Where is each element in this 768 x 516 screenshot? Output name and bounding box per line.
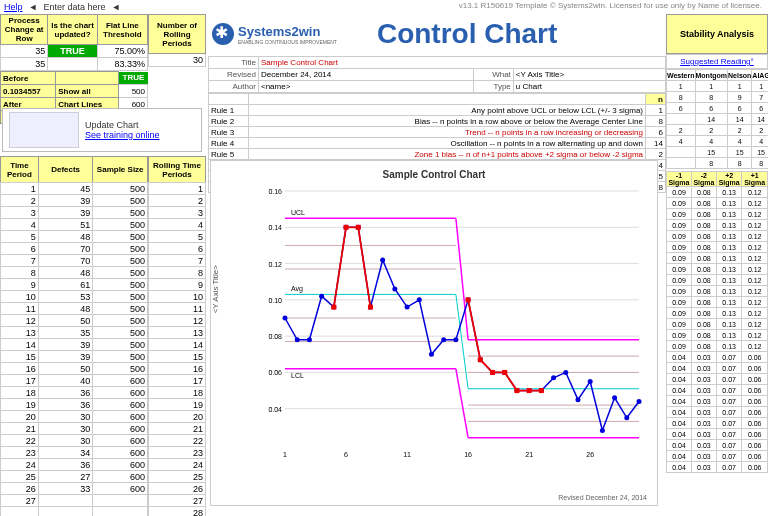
sigma-cell: 0.12 bbox=[742, 297, 768, 308]
table-row[interactable]: 2230600 bbox=[1, 435, 148, 447]
sigma-cell: 0.09 bbox=[667, 209, 692, 220]
rule-n[interactable]: 14 bbox=[646, 138, 666, 149]
roll-row: 6 bbox=[149, 243, 206, 255]
table-row[interactable]: 1439500 bbox=[1, 339, 148, 351]
svg-rect-76 bbox=[490, 370, 495, 375]
sigma-cell: 0.09 bbox=[667, 187, 692, 198]
src-cell: 1 bbox=[667, 81, 696, 92]
roll-row: 28 bbox=[149, 507, 206, 517]
process-row-cell[interactable]: 35 bbox=[1, 58, 48, 71]
before-val[interactable]: 500 bbox=[119, 85, 148, 98]
src-cell: 8 bbox=[695, 92, 728, 103]
table-row[interactable]: 1539500 bbox=[1, 351, 148, 363]
table-row[interactable]: 2030600 bbox=[1, 411, 148, 423]
table-row[interactable]: 239500 bbox=[1, 195, 148, 207]
table-row[interactable] bbox=[1, 507, 148, 517]
what-value[interactable]: <Y Axis Title> bbox=[513, 69, 665, 81]
table-row[interactable]: 1250500 bbox=[1, 315, 148, 327]
svg-point-42 bbox=[307, 337, 312, 342]
title-value[interactable]: Sample Control Chart bbox=[261, 58, 338, 67]
process-pct-cell[interactable]: 83.33% bbox=[97, 58, 147, 71]
sigma-cell: 0.08 bbox=[691, 275, 716, 286]
sigma-cell: 0.12 bbox=[742, 198, 768, 209]
sigma-cell: 0.03 bbox=[691, 396, 716, 407]
training-link[interactable]: See training online bbox=[85, 130, 160, 140]
src-col: Western bbox=[667, 70, 696, 81]
rolling-val[interactable]: 30 bbox=[149, 54, 206, 67]
src-col: AIAG bbox=[752, 70, 768, 81]
sigma-cell: 0.09 bbox=[667, 319, 692, 330]
col-defects: Defects bbox=[38, 157, 93, 183]
sigma-cell: 0.07 bbox=[716, 440, 742, 451]
rule-n[interactable]: 1 bbox=[646, 105, 666, 116]
table-row[interactable]: 2633600 bbox=[1, 483, 148, 495]
revised-value[interactable]: December 24, 2014 bbox=[259, 69, 474, 81]
sigma-cell: 0.04 bbox=[667, 462, 692, 473]
table-row[interactable]: 2334600 bbox=[1, 447, 148, 459]
table-row[interactable]: 770500 bbox=[1, 255, 148, 267]
svg-rect-77 bbox=[502, 370, 507, 375]
data-grid[interactable]: 1455002395003395004515005485006705007705… bbox=[0, 182, 148, 516]
table-row[interactable]: 2130600 bbox=[1, 423, 148, 435]
sigma-cell: 0.08 bbox=[691, 209, 716, 220]
suggested-reading-link[interactable]: Suggested Reading° bbox=[666, 54, 768, 69]
sigma-cell: 0.12 bbox=[742, 341, 768, 352]
table-row[interactable]: 451500 bbox=[1, 219, 148, 231]
sigma-cell: 0.09 bbox=[667, 275, 692, 286]
process-pct-cell[interactable]: 75.00% bbox=[97, 45, 147, 58]
roll-row: 22 bbox=[149, 435, 206, 447]
src-cell: 15 bbox=[728, 147, 752, 158]
table-row[interactable]: 1053500 bbox=[1, 291, 148, 303]
table-row[interactable]: 339500 bbox=[1, 207, 148, 219]
table-row[interactable]: 961500 bbox=[1, 279, 148, 291]
svg-text:0.10: 0.10 bbox=[268, 297, 282, 304]
table-row[interactable]: 1836600 bbox=[1, 387, 148, 399]
sigma-cell: 0.07 bbox=[716, 396, 742, 407]
before-mid[interactable] bbox=[56, 72, 119, 85]
table-row[interactable]: 1148500 bbox=[1, 303, 148, 315]
sigma-cell: 0.03 bbox=[691, 418, 716, 429]
rule-n[interactable]: 2 bbox=[646, 149, 666, 160]
sigma-cell: 0.13 bbox=[716, 308, 742, 319]
sigma-cell: 0.12 bbox=[742, 264, 768, 275]
table-row[interactable]: 548500 bbox=[1, 231, 148, 243]
table-row[interactable]: 1740600 bbox=[1, 375, 148, 387]
sigma-cell: 0.07 bbox=[716, 462, 742, 473]
sigma-cell: 0.07 bbox=[716, 374, 742, 385]
table-row[interactable]: 27 bbox=[1, 495, 148, 507]
table-row[interactable]: 2436600 bbox=[1, 459, 148, 471]
before-val[interactable]: TRUE bbox=[119, 72, 148, 85]
sigma-cell: 0.03 bbox=[691, 429, 716, 440]
sigma-cell: 0.06 bbox=[742, 385, 768, 396]
chart-title: Sample Control Chart bbox=[211, 169, 657, 180]
title-label: Title bbox=[209, 57, 259, 69]
type-value[interactable]: u Chart bbox=[513, 81, 665, 93]
roll-row: 27 bbox=[149, 495, 206, 507]
process-row-cell[interactable]: 35 bbox=[1, 45, 48, 58]
roll-row: 10 bbox=[149, 291, 206, 303]
table-row[interactable]: 848500 bbox=[1, 267, 148, 279]
roll-row: 3 bbox=[149, 207, 206, 219]
table-row[interactable]: 670500 bbox=[1, 243, 148, 255]
before-mid[interactable]: Show all bbox=[56, 85, 119, 98]
sigma-cell: 0.13 bbox=[716, 319, 742, 330]
svg-point-40 bbox=[283, 316, 288, 321]
sigma-cell: 0.07 bbox=[716, 407, 742, 418]
sigma-cell: 0.12 bbox=[742, 286, 768, 297]
rule-text: Any point above UCL or below LCL (+/- 3 … bbox=[249, 105, 646, 116]
table-row[interactable]: 1650500 bbox=[1, 363, 148, 375]
svg-point-64 bbox=[575, 397, 580, 402]
table-row[interactable]: 2527600 bbox=[1, 471, 148, 483]
rule-n[interactable]: 8 bbox=[646, 116, 666, 127]
sigma-cell: 0.08 bbox=[691, 198, 716, 209]
author-value[interactable]: <name> bbox=[259, 81, 474, 93]
rule-n[interactable]: 6 bbox=[646, 127, 666, 138]
table-row[interactable]: 145500 bbox=[1, 183, 148, 195]
table-row[interactable]: 1936600 bbox=[1, 399, 148, 411]
col-time: Time Period bbox=[1, 157, 39, 183]
src-cell: 9 bbox=[728, 92, 752, 103]
help-link[interactable]: Help bbox=[4, 2, 23, 12]
src-cell: 14 bbox=[695, 114, 728, 125]
src-cell: 8 bbox=[728, 158, 752, 169]
table-row[interactable]: 1335500 bbox=[1, 327, 148, 339]
